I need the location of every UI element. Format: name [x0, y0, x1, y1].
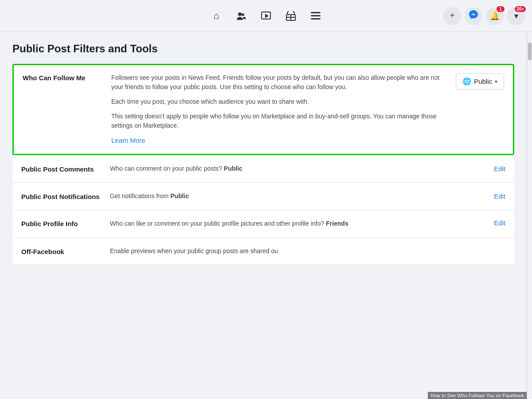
off-facebook-row: Off-Facebook Enable previews when your p… — [12, 238, 514, 265]
home-nav-button[interactable]: ⌂ — [206, 5, 227, 27]
public-post-notifications-value: Public — [170, 192, 189, 200]
dropdown-chevron-icon: ▾ — [495, 78, 497, 85]
menu-nav-button[interactable] — [305, 5, 326, 27]
svg-rect-7 — [311, 18, 321, 20]
svg-rect-6 — [311, 15, 321, 16]
nav-icon-group: ⌂ — [206, 5, 326, 27]
friends-nav-button[interactable] — [231, 5, 252, 27]
follow-description-p2: Each time you post, you choose which aud… — [111, 97, 442, 106]
scrollbar-thumb[interactable] — [528, 43, 532, 60]
public-post-comments-row: Public Post Comments Who can comment on … — [12, 155, 514, 183]
public-post-comments-value: Public — [224, 165, 243, 172]
off-facebook-text: Enable previews when your public group p… — [110, 247, 278, 254]
public-label: Public — [474, 78, 492, 85]
watermark: How to See Who Follows You on Facebook — [428, 392, 527, 399]
messenger-button[interactable] — [465, 7, 482, 25]
public-profile-info-value: Friends — [326, 220, 348, 227]
account-badge: 20+ — [515, 6, 526, 12]
bell-icon: 🔔 — [490, 11, 500, 21]
watch-nav-button[interactable] — [255, 5, 277, 27]
public-profile-info-edit[interactable]: Edit — [494, 219, 505, 227]
messenger-icon — [469, 10, 478, 21]
public-post-notifications-row: Public Post Notifications Get notificati… — [12, 183, 514, 210]
globe-icon: 🌐 — [462, 77, 471, 86]
follow-description-p1: Followers see your posts in News Feed. F… — [111, 73, 442, 92]
main-content: Public Post Filters and Tools Who Can Fo… — [0, 32, 527, 399]
public-profile-info-label: Public Profile Info — [21, 219, 110, 227]
add-button[interactable]: + — [443, 7, 461, 25]
public-post-notifications-text: Get notifications from Public — [110, 192, 189, 200]
public-profile-info-action: Edit — [452, 219, 505, 227]
public-post-comments-description: Who can comment on your public posts? Pu… — [110, 164, 452, 173]
who-can-follow-description: Followers see your posts in News Feed. F… — [111, 73, 451, 146]
account-button[interactable]: ▾ 20+ — [507, 7, 525, 25]
public-post-comments-action: Edit — [452, 165, 505, 172]
who-can-follow-label: Who Can Follow Me — [23, 73, 111, 82]
follow-setting-action: 🌐 Public ▾ — [451, 73, 504, 90]
off-facebook-description: Enable previews when your public group p… — [110, 246, 505, 256]
svg-rect-5 — [311, 12, 321, 13]
public-dropdown-button[interactable]: 🌐 Public ▾ — [456, 73, 504, 90]
public-post-comments-label: Public Post Comments — [21, 164, 110, 173]
public-post-notifications-action: Edit — [452, 192, 505, 200]
top-navigation: ⌂ — [0, 0, 532, 32]
public-post-notifications-description: Get notifications from Public — [110, 192, 452, 201]
who-can-follow-section: Who Can Follow Me Followers see your pos… — [12, 64, 514, 155]
nav-right-buttons: + 🔔 1 ▾ 20+ — [443, 7, 525, 25]
chevron-down-icon: ▾ — [514, 11, 518, 21]
off-facebook-label: Off-Facebook — [21, 247, 110, 255]
public-profile-info-text: Who can like or comment on your public p… — [110, 220, 348, 227]
other-settings: Public Post Comments Who can comment on … — [12, 155, 514, 265]
public-profile-info-row: Public Profile Info Who can like or comm… — [12, 210, 514, 238]
follow-description-p3: This setting doesn't apply to people who… — [111, 112, 442, 130]
plus-icon: + — [450, 11, 455, 20]
notifications-button[interactable]: 🔔 1 — [486, 7, 504, 25]
marketplace-nav-button[interactable] — [280, 5, 301, 27]
page-title: Public Post Filters and Tools — [12, 43, 514, 55]
who-can-follow-row: Who Can Follow Me Followers see your pos… — [14, 65, 513, 154]
notifications-badge: 1 — [497, 6, 505, 12]
public-post-comments-text: Who can comment on your public posts? Pu… — [110, 165, 243, 172]
scrollbar[interactable] — [527, 32, 532, 399]
public-post-notifications-edit[interactable]: Edit — [494, 192, 505, 200]
public-post-comments-edit[interactable]: Edit — [494, 165, 505, 172]
learn-more-link[interactable]: Learn More — [111, 136, 442, 146]
public-post-notifications-label: Public Post Notifications — [21, 192, 110, 200]
svg-marker-1 — [265, 14, 269, 18]
public-profile-info-description: Who can like or comment on your public p… — [110, 219, 452, 228]
